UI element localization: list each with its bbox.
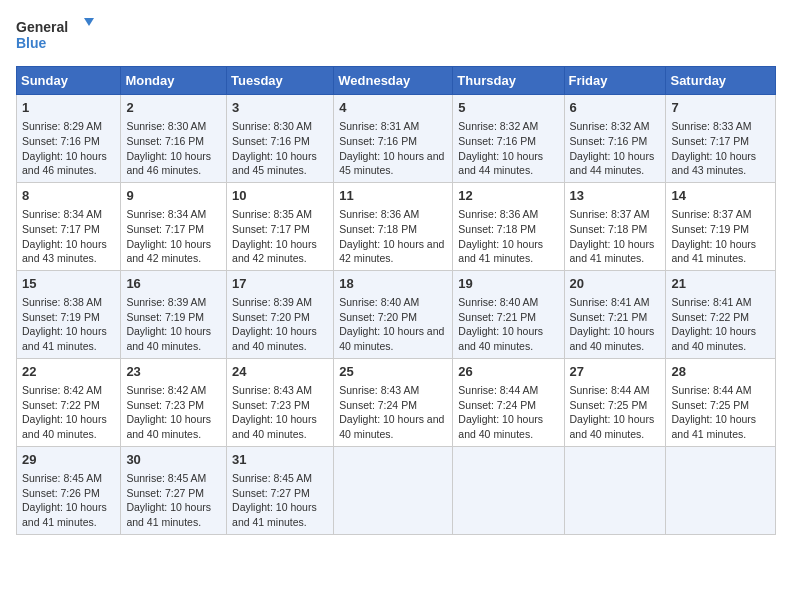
calendar-cell: 14 Sunrise: 8:37 AM Sunset: 7:19 PM Dayl… (666, 182, 776, 270)
cell-content: Sunrise: 8:39 AM Sunset: 7:19 PM Dayligh… (126, 295, 221, 354)
sunrise-label: Sunrise: 8:40 AM (458, 296, 538, 308)
calendar-cell: 18 Sunrise: 8:40 AM Sunset: 7:20 PM Dayl… (334, 270, 453, 358)
cell-content: Sunrise: 8:37 AM Sunset: 7:19 PM Dayligh… (671, 207, 770, 266)
calendar-week-3: 15 Sunrise: 8:38 AM Sunset: 7:19 PM Dayl… (17, 270, 776, 358)
day-number: 9 (126, 187, 221, 205)
daylight-label: Daylight: 10 hours and 43 minutes. (671, 150, 756, 177)
daylight-label: Daylight: 10 hours and 42 minutes. (232, 238, 317, 265)
sunrise-label: Sunrise: 8:29 AM (22, 120, 102, 132)
sunset-label: Sunset: 7:27 PM (126, 487, 204, 499)
cell-content: Sunrise: 8:34 AM Sunset: 7:17 PM Dayligh… (22, 207, 115, 266)
cell-content: Sunrise: 8:37 AM Sunset: 7:18 PM Dayligh… (570, 207, 661, 266)
calendar-cell (334, 446, 453, 534)
day-number: 21 (671, 275, 770, 293)
calendar-cell (666, 446, 776, 534)
sunset-label: Sunset: 7:16 PM (22, 135, 100, 147)
logo: General Blue (16, 16, 96, 54)
sunrise-label: Sunrise: 8:32 AM (570, 120, 650, 132)
calendar-cell: 28 Sunrise: 8:44 AM Sunset: 7:25 PM Dayl… (666, 358, 776, 446)
sunset-label: Sunset: 7:16 PM (458, 135, 536, 147)
calendar-cell (564, 446, 666, 534)
day-number: 11 (339, 187, 447, 205)
calendar-cell (453, 446, 564, 534)
calendar-cell: 10 Sunrise: 8:35 AM Sunset: 7:17 PM Dayl… (227, 182, 334, 270)
sunrise-label: Sunrise: 8:34 AM (22, 208, 102, 220)
sunrise-label: Sunrise: 8:30 AM (232, 120, 312, 132)
calendar-cell: 26 Sunrise: 8:44 AM Sunset: 7:24 PM Dayl… (453, 358, 564, 446)
calendar-cell: 30 Sunrise: 8:45 AM Sunset: 7:27 PM Dayl… (121, 446, 227, 534)
sunrise-label: Sunrise: 8:37 AM (570, 208, 650, 220)
daylight-label: Daylight: 10 hours and 41 minutes. (570, 238, 655, 265)
daylight-label: Daylight: 10 hours and 41 minutes. (232, 501, 317, 528)
daylight-label: Daylight: 10 hours and 41 minutes. (126, 501, 211, 528)
header-cell-thursday: Thursday (453, 67, 564, 95)
sunrise-label: Sunrise: 8:45 AM (22, 472, 102, 484)
sunset-label: Sunset: 7:25 PM (671, 399, 749, 411)
sunrise-label: Sunrise: 8:44 AM (570, 384, 650, 396)
header-cell-saturday: Saturday (666, 67, 776, 95)
day-number: 12 (458, 187, 558, 205)
sunrise-label: Sunrise: 8:42 AM (126, 384, 206, 396)
daylight-label: Daylight: 10 hours and 41 minutes. (22, 325, 107, 352)
sunrise-label: Sunrise: 8:44 AM (671, 384, 751, 396)
calendar-cell: 9 Sunrise: 8:34 AM Sunset: 7:17 PM Dayli… (121, 182, 227, 270)
cell-content: Sunrise: 8:42 AM Sunset: 7:22 PM Dayligh… (22, 383, 115, 442)
sunset-label: Sunset: 7:24 PM (458, 399, 536, 411)
calendar-cell: 5 Sunrise: 8:32 AM Sunset: 7:16 PM Dayli… (453, 95, 564, 183)
cell-content: Sunrise: 8:29 AM Sunset: 7:16 PM Dayligh… (22, 119, 115, 178)
day-number: 2 (126, 99, 221, 117)
cell-content: Sunrise: 8:43 AM Sunset: 7:23 PM Dayligh… (232, 383, 328, 442)
daylight-label: Daylight: 10 hours and 41 minutes. (22, 501, 107, 528)
day-number: 13 (570, 187, 661, 205)
calendar-header-row: SundayMondayTuesdayWednesdayThursdayFrid… (17, 67, 776, 95)
calendar-cell: 2 Sunrise: 8:30 AM Sunset: 7:16 PM Dayli… (121, 95, 227, 183)
sunrise-label: Sunrise: 8:36 AM (339, 208, 419, 220)
cell-content: Sunrise: 8:36 AM Sunset: 7:18 PM Dayligh… (458, 207, 558, 266)
calendar-cell: 22 Sunrise: 8:42 AM Sunset: 7:22 PM Dayl… (17, 358, 121, 446)
daylight-label: Daylight: 10 hours and 40 minutes. (232, 413, 317, 440)
sunrise-label: Sunrise: 8:41 AM (671, 296, 751, 308)
day-number: 26 (458, 363, 558, 381)
day-number: 3 (232, 99, 328, 117)
sunset-label: Sunset: 7:18 PM (458, 223, 536, 235)
day-number: 8 (22, 187, 115, 205)
day-number: 20 (570, 275, 661, 293)
sunrise-label: Sunrise: 8:31 AM (339, 120, 419, 132)
daylight-label: Daylight: 10 hours and 41 minutes. (671, 413, 756, 440)
sunset-label: Sunset: 7:21 PM (570, 311, 648, 323)
sunrise-label: Sunrise: 8:37 AM (671, 208, 751, 220)
sunset-label: Sunset: 7:18 PM (339, 223, 417, 235)
day-number: 4 (339, 99, 447, 117)
calendar-cell: 1 Sunrise: 8:29 AM Sunset: 7:16 PM Dayli… (17, 95, 121, 183)
daylight-label: Daylight: 10 hours and 45 minutes. (339, 150, 444, 177)
cell-content: Sunrise: 8:30 AM Sunset: 7:16 PM Dayligh… (232, 119, 328, 178)
daylight-label: Daylight: 10 hours and 40 minutes. (126, 413, 211, 440)
calendar-cell: 25 Sunrise: 8:43 AM Sunset: 7:24 PM Dayl… (334, 358, 453, 446)
sunrise-label: Sunrise: 8:36 AM (458, 208, 538, 220)
cell-content: Sunrise: 8:41 AM Sunset: 7:22 PM Dayligh… (671, 295, 770, 354)
sunset-label: Sunset: 7:16 PM (126, 135, 204, 147)
calendar-cell: 4 Sunrise: 8:31 AM Sunset: 7:16 PM Dayli… (334, 95, 453, 183)
sunset-label: Sunset: 7:21 PM (458, 311, 536, 323)
cell-content: Sunrise: 8:40 AM Sunset: 7:20 PM Dayligh… (339, 295, 447, 354)
daylight-label: Daylight: 10 hours and 41 minutes. (671, 238, 756, 265)
daylight-label: Daylight: 10 hours and 46 minutes. (22, 150, 107, 177)
calendar-cell: 15 Sunrise: 8:38 AM Sunset: 7:19 PM Dayl… (17, 270, 121, 358)
sunset-label: Sunset: 7:19 PM (671, 223, 749, 235)
day-number: 24 (232, 363, 328, 381)
calendar-cell: 17 Sunrise: 8:39 AM Sunset: 7:20 PM Dayl… (227, 270, 334, 358)
calendar-cell: 12 Sunrise: 8:36 AM Sunset: 7:18 PM Dayl… (453, 182, 564, 270)
sunset-label: Sunset: 7:26 PM (22, 487, 100, 499)
day-number: 29 (22, 451, 115, 469)
day-number: 22 (22, 363, 115, 381)
cell-content: Sunrise: 8:43 AM Sunset: 7:24 PM Dayligh… (339, 383, 447, 442)
daylight-label: Daylight: 10 hours and 44 minutes. (570, 150, 655, 177)
sunrise-label: Sunrise: 8:44 AM (458, 384, 538, 396)
daylight-label: Daylight: 10 hours and 40 minutes. (671, 325, 756, 352)
cell-content: Sunrise: 8:34 AM Sunset: 7:17 PM Dayligh… (126, 207, 221, 266)
sunset-label: Sunset: 7:16 PM (232, 135, 310, 147)
header-cell-monday: Monday (121, 67, 227, 95)
sunset-label: Sunset: 7:19 PM (126, 311, 204, 323)
day-number: 28 (671, 363, 770, 381)
calendar-cell: 24 Sunrise: 8:43 AM Sunset: 7:23 PM Dayl… (227, 358, 334, 446)
